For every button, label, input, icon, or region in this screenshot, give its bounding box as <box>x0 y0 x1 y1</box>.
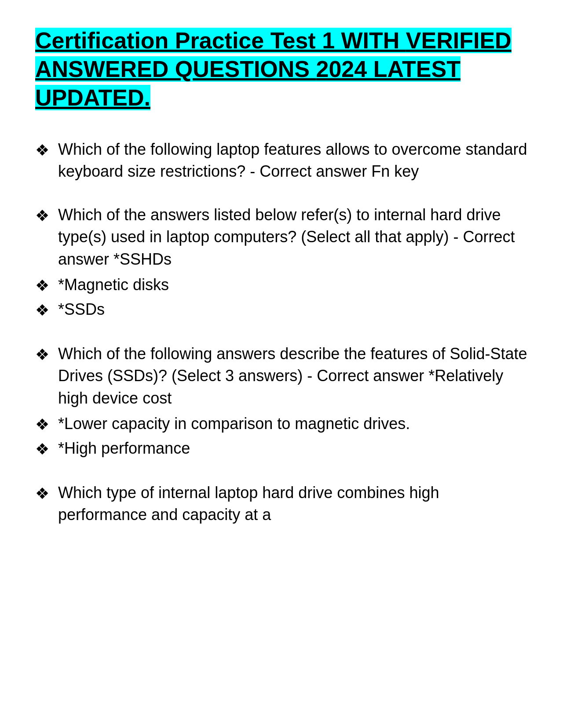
bullet-icon-3-2: ❖ <box>35 438 49 460</box>
question-group-2: ❖ Which of the answers listed below refe… <box>35 204 528 322</box>
bullet-icon-3-1: ❖ <box>35 414 49 436</box>
questions-list: ❖ Which of the following laptop features… <box>35 138 528 526</box>
bullet-icon-2: ❖ <box>35 205 49 227</box>
question-item-4: ❖ Which type of internal laptop hard dri… <box>35 482 528 526</box>
sub-item-text-2-1: *Magnetic disks <box>58 274 528 296</box>
question-text-4: Which type of internal laptop hard drive… <box>58 482 528 526</box>
page-title: Certification Practice Test 1 WITH <box>35 28 406 53</box>
sub-item-text-2-2: *SSDs <box>58 298 528 320</box>
question-3-sub-list: ❖ *Lower capacity in comparison to magne… <box>35 413 528 461</box>
bullet-icon-1: ❖ <box>35 139 49 161</box>
question-2-sub-list: ❖ *Magnetic disks ❖ *SSDs <box>35 274 528 322</box>
page-container: Certification Practice Test 1 WITH VERIF… <box>35 26 528 526</box>
question-item-3: ❖ Which of the following answers describ… <box>35 343 528 409</box>
bullet-icon-2-2: ❖ <box>35 299 49 321</box>
question-group-4: ❖ Which type of internal laptop hard dri… <box>35 482 528 526</box>
question-text-2: Which of the answers listed below refer(… <box>58 204 528 270</box>
bullet-icon-3: ❖ <box>35 344 49 366</box>
page-title-block: Certification Practice Test 1 WITH VERIF… <box>35 26 528 112</box>
sub-item-2-2: ❖ *SSDs <box>35 298 528 321</box>
sub-item-2-1: ❖ *Magnetic disks <box>35 274 528 297</box>
question-item-1: ❖ Which of the following laptop features… <box>35 138 528 183</box>
sub-item-text-3-2: *High performance <box>58 437 528 459</box>
bullet-icon-2-1: ❖ <box>35 275 49 297</box>
question-text-1: Which of the following laptop features a… <box>58 138 528 183</box>
question-text-3: Which of the following answers describe … <box>58 343 528 409</box>
sub-item-text-3-1: *Lower capacity in comparison to magneti… <box>58 413 528 435</box>
question-group-3: ❖ Which of the following answers describ… <box>35 343 528 461</box>
sub-item-3-1: ❖ *Lower capacity in comparison to magne… <box>35 413 528 436</box>
bullet-icon-4: ❖ <box>35 483 49 505</box>
question-item-2: ❖ Which of the answers listed below refe… <box>35 204 528 270</box>
sub-item-3-2: ❖ *High performance <box>35 437 528 460</box>
question-group-1: ❖ Which of the following laptop features… <box>35 138 528 183</box>
